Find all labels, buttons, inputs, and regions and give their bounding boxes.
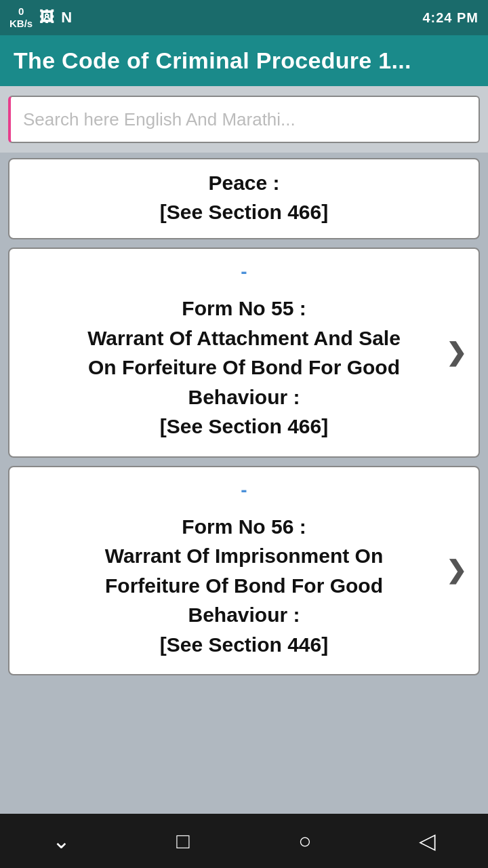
content-area: Peace :[See Section 466] - Form No 55 : … <box>0 153 488 814</box>
square-icon[interactable]: □ <box>163 821 203 861</box>
circle-icon[interactable]: ○ <box>285 821 325 861</box>
image-icon: 🖼 <box>39 9 54 26</box>
card-55[interactable]: - Form No 55 : Warrant Of Attachment And… <box>8 248 480 458</box>
back-icon[interactable]: ◁ <box>407 821 447 861</box>
card-56-dash: - <box>241 479 247 501</box>
app-header: The Code of Criminal Procedure 1... <box>0 35 488 86</box>
card-peace-title: Peace :[See Section 466] <box>160 168 328 227</box>
chevron-right-icon: ❯ <box>446 338 466 367</box>
card-peace[interactable]: Peace :[See Section 466] <box>8 158 480 239</box>
card-55-dash: - <box>241 261 247 283</box>
card-56-title: Form No 56 : Warrant Of Imprisonment On … <box>105 512 384 660</box>
status-bar: 0KB/s 🖼 N 4:24 PM <box>0 0 488 35</box>
card-55-title: Form No 55 : Warrant Of Attachment And S… <box>87 294 401 441</box>
status-time: 4:24 PM <box>422 10 479 26</box>
chevron-down-icon[interactable]: ⌄ <box>41 821 81 861</box>
bottom-nav: ⌄ □ ○ ◁ <box>0 814 488 868</box>
search-input[interactable] <box>8 96 480 143</box>
network-icon: N <box>61 9 72 26</box>
search-container <box>0 86 488 153</box>
status-left: 0KB/s 🖼 N <box>9 5 72 30</box>
app-title: The Code of Criminal Procedure 1... <box>14 47 474 74</box>
card-56[interactable]: - Form No 56 : Warrant Of Imprisonment O… <box>8 466 480 676</box>
chevron-right-icon-56: ❯ <box>446 556 466 585</box>
kb-indicator: 0KB/s <box>9 5 33 30</box>
